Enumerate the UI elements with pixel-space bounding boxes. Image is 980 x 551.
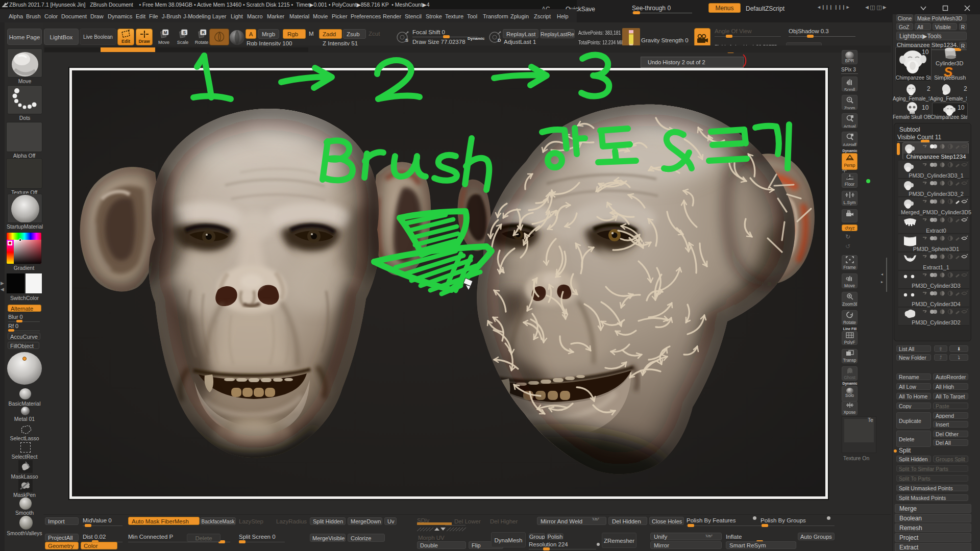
svg-text:S: S — [405, 38, 408, 43]
svg-text:S: S — [183, 31, 186, 35]
svg-text:M: M — [164, 31, 167, 35]
svg-text:R: R — [202, 31, 205, 35]
svg-text:D: D — [498, 38, 501, 43]
